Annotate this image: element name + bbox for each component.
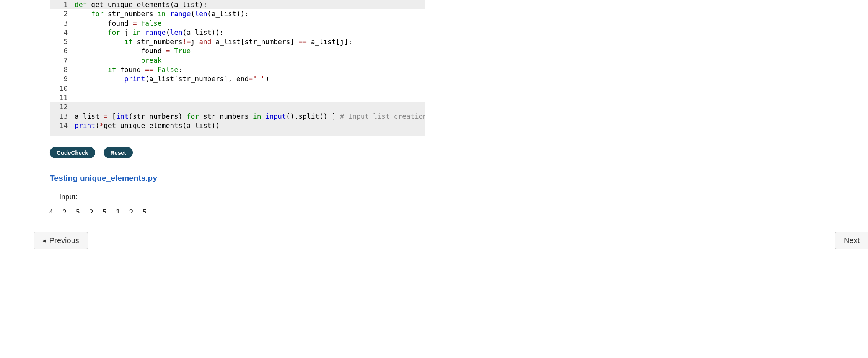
- code-line[interactable]: 2 for str_numbers in range(len(a_list)):: [50, 9, 425, 18]
- previous-label: Previous: [49, 236, 79, 245]
- code-line[interactable]: 10: [50, 84, 425, 93]
- line-number: 10: [50, 84, 75, 93]
- code-editor[interactable]: 1def get_unique_elements(a_list):2 for s…: [50, 0, 425, 136]
- divider: [0, 224, 868, 224]
- code-line[interactable]: 7 break: [50, 56, 425, 65]
- code-content[interactable]: found = True: [75, 46, 425, 56]
- code-content[interactable]: def get_unique_elements(a_list):: [75, 0, 425, 9]
- input-value: 4 2 5 2 5 1 2 5: [49, 208, 868, 213]
- reset-button[interactable]: Reset: [104, 147, 133, 158]
- code-line[interactable]: 9 print(a_list[str_numbers], end=" "): [50, 74, 425, 83]
- input-label: Input:: [59, 193, 868, 201]
- line-number: 11: [50, 93, 75, 102]
- line-number: 4: [50, 28, 75, 37]
- code-content[interactable]: print(*get_unique_elements(a_list)): [75, 121, 425, 130]
- code-content[interactable]: print(a_list[str_numbers], end=" "): [75, 74, 425, 83]
- next-label: Next: [844, 236, 860, 245]
- line-number: 5: [50, 37, 75, 46]
- code-content[interactable]: break: [75, 56, 425, 65]
- code-line[interactable]: 5 if str_numbers!=j and a_list[str_numbe…: [50, 37, 425, 46]
- line-number: 14: [50, 121, 75, 130]
- code-content[interactable]: if str_numbers!=j and a_list[str_numbers…: [75, 37, 425, 46]
- code-content[interactable]: a_list = [int(str_numbers) for str_numbe…: [75, 112, 425, 121]
- code-line[interactable]: 11: [50, 93, 425, 102]
- line-number: 2: [50, 9, 75, 18]
- buttons-row: CodeCheck Reset: [50, 147, 868, 158]
- line-number: 6: [50, 46, 75, 56]
- line-number: 7: [50, 56, 75, 65]
- code-content[interactable]: if found == False:: [75, 65, 425, 74]
- code-content[interactable]: for str_numbers in range(len(a_list)):: [75, 9, 425, 18]
- line-number: 9: [50, 74, 75, 83]
- line-number: 8: [50, 65, 75, 74]
- code-content[interactable]: for j in range(len(a_list)):: [75, 28, 425, 37]
- code-line[interactable]: 14print(*get_unique_elements(a_list)): [50, 121, 425, 130]
- code-line[interactable]: 4 for j in range(len(a_list)):: [50, 28, 425, 37]
- next-button[interactable]: Next: [835, 232, 868, 249]
- code-line[interactable]: 8 if found == False:: [50, 65, 425, 74]
- code-line[interactable]: 3 found = False: [50, 19, 425, 28]
- line-number: 13: [50, 112, 75, 121]
- code-content[interactable]: [75, 102, 425, 111]
- line-number: 12: [50, 102, 75, 111]
- previous-button[interactable]: ◀ Previous: [34, 232, 88, 249]
- testing-heading: Testing unique_elements.py: [50, 173, 868, 183]
- codecheck-button[interactable]: CodeCheck: [50, 147, 95, 158]
- code-content[interactable]: [75, 84, 425, 93]
- code-content[interactable]: found = False: [75, 19, 425, 28]
- code-padding: [50, 130, 425, 136]
- code-line[interactable]: 1def get_unique_elements(a_list):: [50, 0, 425, 9]
- code-line[interactable]: 13a_list = [int(str_numbers) for str_num…: [50, 112, 425, 121]
- nav-row: ◀ Previous Next: [0, 232, 868, 249]
- triangle-left-icon: ◀: [42, 238, 46, 244]
- line-number: 1: [50, 0, 75, 9]
- code-line[interactable]: 12: [50, 102, 425, 111]
- line-number: 3: [50, 19, 75, 28]
- code-line[interactable]: 6 found = True: [50, 46, 425, 56]
- code-content[interactable]: [75, 93, 425, 102]
